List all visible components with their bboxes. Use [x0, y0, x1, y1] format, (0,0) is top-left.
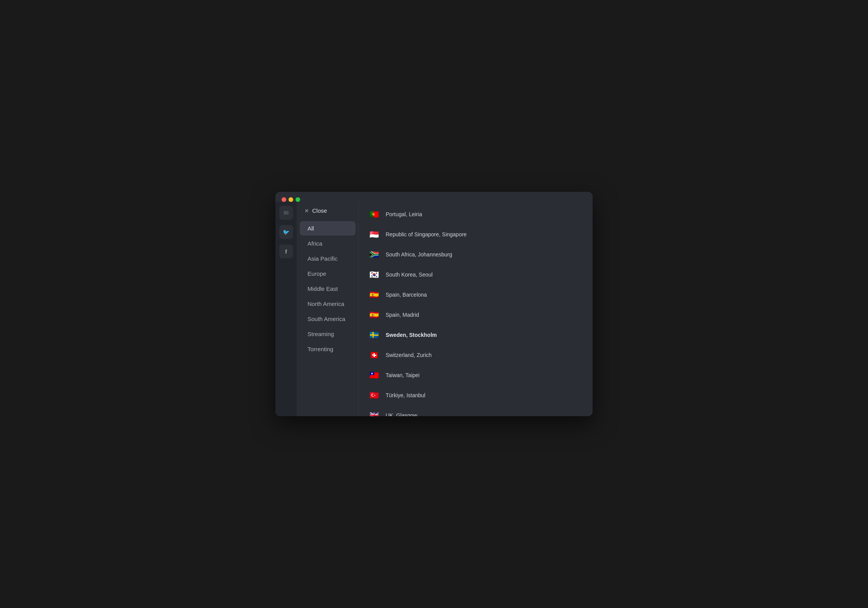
- left-section: ✕ Close AllAfricaAsia PacificEuropeMiddl…: [297, 202, 359, 416]
- flag-icon: 🇸🇪: [368, 329, 380, 341]
- close-button[interactable]: [282, 197, 286, 202]
- flag-icon: 🇹🇷: [368, 389, 380, 401]
- nav-item-asia-pacific[interactable]: Asia Pacific: [300, 251, 355, 266]
- nav-item-torrenting[interactable]: Torrenting: [300, 342, 355, 356]
- nav-panel: AllAfricaAsia PacificEuropeMiddle EastNo…: [297, 218, 359, 360]
- flag-icon: 🇹🇼: [368, 369, 380, 381]
- nav-item-streaming[interactable]: Streaming: [300, 327, 355, 341]
- nav-item-africa[interactable]: Africa: [300, 236, 355, 251]
- nav-item-south-america[interactable]: South America: [300, 312, 355, 326]
- flag-icon: 🇵🇹: [368, 208, 380, 220]
- server-item[interactable]: 🇪🇸Spain, Madrid: [366, 305, 585, 325]
- server-name: Taiwan, Taipei: [386, 372, 583, 378]
- server-name: Republic of Singapore, Singapore: [386, 231, 583, 237]
- flag-icon: 🇸🇬: [368, 228, 380, 241]
- twitter-icon[interactable]: 🐦: [279, 225, 293, 239]
- server-item[interactable]: 🇨🇭Switzerland, Zurich: [366, 345, 585, 365]
- app-window: ✉ 🐦 f ✕ Close AllAfricaAsia PacificEurop…: [275, 192, 593, 416]
- server-item[interactable]: 🇹🇷Türkiye, Istanbul: [366, 385, 585, 405]
- server-name: Portugal, Leiria: [386, 211, 583, 217]
- server-name: UK, Glasgow: [386, 412, 583, 416]
- mail-icon[interactable]: ✉: [279, 206, 293, 220]
- traffic-lights: [282, 197, 300, 202]
- flag-icon: 🇪🇸: [368, 309, 380, 321]
- server-list-container[interactable]: 🇵🇹Portugal, Leiria🇸🇬Republic of Singapor…: [359, 202, 593, 416]
- nav-item-north-america[interactable]: North America: [300, 297, 355, 311]
- facebook-icon[interactable]: f: [279, 244, 293, 258]
- server-item[interactable]: 🇬🇧UK, Glasgow: [366, 405, 585, 416]
- flag-icon: 🇿🇦: [368, 248, 380, 261]
- server-item[interactable]: 🇵🇹Portugal, Leiria: [366, 204, 585, 224]
- flag-icon: 🇨🇭: [368, 349, 380, 361]
- icon-sidebar: ✉ 🐦 f: [275, 202, 297, 416]
- server-item[interactable]: 🇰🇷South Korea, Seoul: [366, 265, 585, 285]
- server-item[interactable]: 🇿🇦South Africa, Johannesburg: [366, 244, 585, 265]
- flag-icon: 🇪🇸: [368, 289, 380, 301]
- close-label[interactable]: Close: [312, 207, 327, 214]
- server-name: Spain, Madrid: [386, 312, 583, 318]
- content-area: ✉ 🐦 f ✕ Close AllAfricaAsia PacificEurop…: [275, 202, 593, 416]
- flag-icon: 🇬🇧: [368, 409, 380, 416]
- nav-item-europe[interactable]: Europe: [300, 266, 355, 281]
- nav-item-middle-east[interactable]: Middle East: [300, 282, 355, 296]
- maximize-button[interactable]: [296, 197, 300, 202]
- titlebar: [275, 192, 593, 202]
- server-name: South Korea, Seoul: [386, 272, 583, 278]
- nav-item-all[interactable]: All: [300, 221, 355, 236]
- server-item[interactable]: 🇸🇬Republic of Singapore, Singapore: [366, 224, 585, 244]
- server-item[interactable]: 🇹🇼Taiwan, Taipei: [366, 365, 585, 385]
- server-name: South Africa, Johannesburg: [386, 251, 583, 258]
- server-name: Türkiye, Istanbul: [386, 392, 583, 398]
- server-item[interactable]: 🇸🇪Sweden, Stockholm: [366, 325, 585, 345]
- server-name: Spain, Barcelona: [386, 292, 583, 298]
- panel-header: ✕ Close: [297, 202, 358, 218]
- flag-icon: 🇰🇷: [368, 268, 380, 281]
- minimize-button[interactable]: [289, 197, 293, 202]
- close-icon[interactable]: ✕: [304, 208, 309, 214]
- server-item[interactable]: 🇪🇸Spain, Barcelona: [366, 285, 585, 305]
- server-name: Switzerland, Zurich: [386, 352, 583, 358]
- server-name: Sweden, Stockholm: [386, 332, 583, 338]
